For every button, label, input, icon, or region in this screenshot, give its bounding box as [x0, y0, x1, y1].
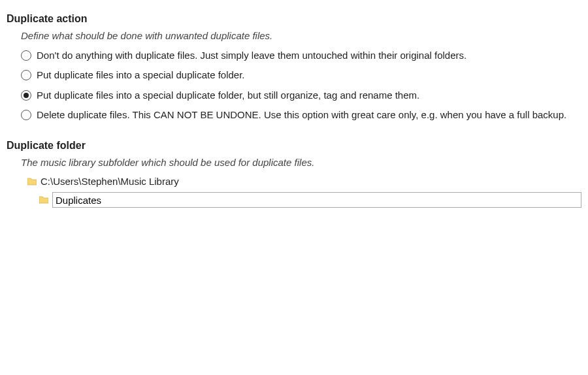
radio-option-leave-untouched[interactable]: Don't do anything with duplicate files. …	[21, 49, 581, 62]
radio-option-special-folder-organize[interactable]: Put duplicate files into a special dupli…	[21, 89, 581, 102]
radio-label: Put duplicate files into a special dupli…	[37, 89, 419, 102]
folder-subfolder-row	[39, 192, 581, 208]
subfolder-input[interactable]	[52, 192, 581, 208]
folder-tree: C:\Users\Stephen\Music Library	[27, 176, 581, 208]
folder-icon	[39, 196, 48, 204]
duplicate-action-section: Duplicate action Define what should be d…	[7, 13, 581, 122]
duplicate-action-radio-group: Don't do anything with duplicate files. …	[21, 49, 581, 122]
radio-icon	[21, 110, 31, 120]
radio-icon	[21, 70, 31, 80]
radio-option-special-folder[interactable]: Put duplicate files into a special dupli…	[21, 69, 581, 82]
radio-option-delete[interactable]: Delete duplicate files. This CAN NOT BE …	[21, 108, 581, 122]
radio-label: Put duplicate files into a special dupli…	[37, 69, 245, 82]
duplicate-folder-section: Duplicate folder The music library subfo…	[7, 140, 581, 208]
radio-icon	[21, 50, 31, 61]
radio-icon-selected	[21, 90, 31, 101]
duplicate-action-subtext: Define what should be done with unwanted…	[21, 30, 581, 41]
radio-label: Don't do anything with duplicate files. …	[37, 49, 466, 62]
radio-label: Delete duplicate files. This CAN NOT BE …	[37, 108, 566, 122]
folder-root-row[interactable]: C:\Users\Stephen\Music Library	[27, 176, 581, 187]
duplicate-action-heading: Duplicate action	[7, 13, 581, 25]
folder-root-label: C:\Users\Stephen\Music Library	[41, 176, 179, 187]
folder-icon	[27, 178, 37, 186]
duplicate-folder-subtext: The music library subfolder which should…	[21, 157, 581, 168]
duplicate-folder-heading: Duplicate folder	[7, 140, 581, 152]
